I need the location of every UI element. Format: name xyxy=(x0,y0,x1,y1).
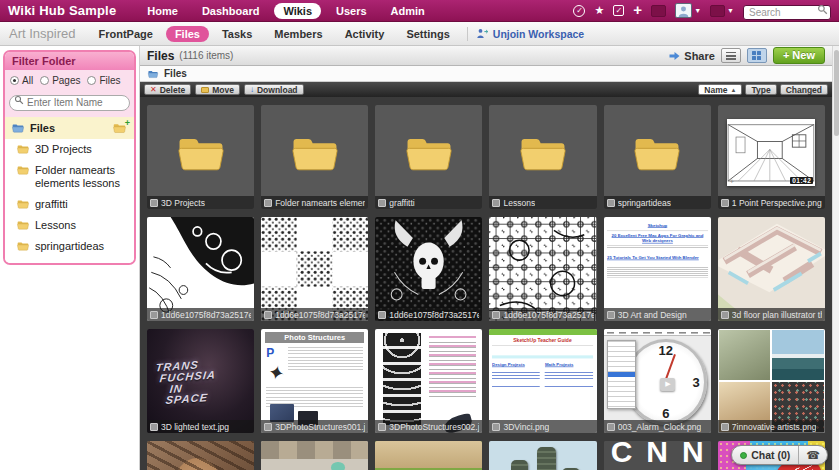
file-checkbox[interactable] xyxy=(378,311,386,319)
workspace-menu[interactable]: ▼ xyxy=(710,5,734,17)
file-tile[interactable] xyxy=(489,441,596,470)
file-tile[interactable]: 7innovative artists.png xyxy=(718,329,825,433)
file-checkbox[interactable] xyxy=(264,423,272,431)
file-checkbox[interactable] xyxy=(607,311,615,319)
file-checkbox[interactable] xyxy=(378,199,386,207)
file-checkbox[interactable] xyxy=(721,423,729,431)
radio-all[interactable]: All xyxy=(10,75,33,86)
grid-view-button[interactable] xyxy=(747,48,767,63)
file-tile[interactable]: Sketchup20 Excellent Free Mac Apps For G… xyxy=(604,217,711,321)
filter-folder-title: Filter Folder xyxy=(5,52,134,70)
file-checkbox[interactable] xyxy=(607,199,615,207)
sort-name-button[interactable]: Name ▲ xyxy=(698,84,742,95)
plus-icon[interactable]: + xyxy=(633,2,642,17)
file-tile[interactable]: 1dd6e1075f8d73a2517e82... xyxy=(375,217,482,321)
files-root-row[interactable]: Files + xyxy=(5,117,134,139)
notifications-button[interactable] xyxy=(651,5,666,17)
star-icon[interactable]: ★ xyxy=(594,5,604,16)
file-checkbox[interactable] xyxy=(150,423,158,431)
chat-label: Chat (0) xyxy=(751,449,790,461)
radio-files[interactable]: Files xyxy=(87,75,120,86)
tasks-checkbox-icon[interactable]: ✓ xyxy=(613,5,624,16)
file-tile[interactable]: 1236▶ 003_Alarm_Clock.png xyxy=(604,329,711,433)
file-checkbox[interactable] xyxy=(378,423,386,431)
file-tile[interactable]: 01:42+ 1 Point Perspective.png xyxy=(718,105,825,209)
nav-wikis[interactable]: Wikis xyxy=(274,3,321,19)
breadcrumb-files[interactable]: Files xyxy=(164,68,187,79)
divider xyxy=(467,27,468,41)
file-tile[interactable]: TRANSFUCHSIAINSPACE 3D lighted text.jpg xyxy=(147,329,254,433)
file-label-bar: 3D Art and Design xyxy=(604,308,711,321)
delete-button[interactable]: ✕ Delete xyxy=(144,84,191,95)
sort-changed-button[interactable]: Changed xyxy=(780,84,828,95)
file-checkbox[interactable] xyxy=(150,199,158,207)
file-tile[interactable]: graffitti xyxy=(375,105,482,209)
nav-admin[interactable]: Admin xyxy=(382,3,434,19)
file-thumbnail: SketchUp Teacher GuideDesign ProjectsMat… xyxy=(489,329,596,433)
tab-settings[interactable]: Settings xyxy=(397,26,458,42)
file-tile[interactable]: springartideas xyxy=(604,105,711,209)
file-name: 3D Projects xyxy=(161,198,205,208)
file-tile[interactable]: SketchUp Teacher GuideDesign ProjectsMat… xyxy=(489,329,596,433)
tab-frontpage[interactable]: FrontPage xyxy=(89,26,161,42)
file-grid: 3D Projects Folder namearts elements l..… xyxy=(140,97,832,470)
radio-pages[interactable]: Pages xyxy=(40,75,80,86)
file-tile[interactable]: 3D Projects xyxy=(147,105,254,209)
nav-home[interactable]: Home xyxy=(138,3,187,19)
file-tile[interactable]: 1dd6e1075f8d73a2517e82... xyxy=(147,217,254,321)
add-folder-button[interactable]: + xyxy=(112,122,128,134)
share-button[interactable]: Share xyxy=(668,50,715,62)
tab-activity[interactable]: Activity xyxy=(336,26,394,42)
sort-type-button[interactable]: Type xyxy=(745,84,776,95)
file-label-bar: 3d floor plan illustrator thu... xyxy=(718,308,825,321)
file-checkbox[interactable] xyxy=(721,199,729,207)
file-tile[interactable]: 3d floor plan illustrator thu... xyxy=(718,217,825,321)
file-tile[interactable] xyxy=(261,441,368,470)
tab-files[interactable]: Files xyxy=(166,26,209,42)
folder-icon xyxy=(16,164,30,176)
file-checkbox[interactable] xyxy=(264,199,272,207)
unjoin-workspace-button[interactable]: Unjoin Workspace xyxy=(476,28,584,40)
new-button[interactable]: + New xyxy=(773,47,825,64)
nav-dashboard[interactable]: Dashboard xyxy=(193,3,268,19)
sort-type-label: Type xyxy=(751,85,770,95)
folder-icon xyxy=(515,130,571,176)
sidebar-folder-item[interactable]: graffitti xyxy=(5,194,134,215)
file-tile[interactable]: Folder namearts elements l... xyxy=(261,105,368,209)
nav-users[interactable]: Users xyxy=(327,3,376,19)
file-checkbox[interactable] xyxy=(607,423,615,431)
file-checkbox[interactable] xyxy=(492,423,500,431)
item-name-input[interactable] xyxy=(9,95,130,111)
file-checkbox[interactable] xyxy=(492,199,500,207)
chat-button[interactable]: Chat (0) ☎ xyxy=(731,445,828,465)
tab-tasks[interactable]: Tasks xyxy=(213,26,261,42)
file-tile[interactable]: 1dd6e1075f8d73a2517e82... xyxy=(489,217,596,321)
sidebar-folder-item[interactable]: Lessons xyxy=(5,215,134,236)
file-thumbnail: 1236▶ xyxy=(604,329,711,433)
list-view-button[interactable] xyxy=(721,48,741,63)
file-checkbox[interactable] xyxy=(150,311,158,319)
file-thumbnail xyxy=(489,217,596,321)
file-tile[interactable]: CTNTNC xyxy=(604,441,711,470)
file-checkbox[interactable] xyxy=(721,311,729,319)
clock-icon[interactable]: ✓ xyxy=(573,5,585,17)
move-button[interactable]: Move xyxy=(195,84,240,95)
sidebar-folder-item[interactable]: springartideas xyxy=(5,236,134,257)
download-button[interactable]: ↓ Download xyxy=(244,84,304,95)
file-tile[interactable]: simple things you can doto change our fo… xyxy=(375,441,482,470)
file-thumbnail: CTNTNC xyxy=(604,441,711,470)
scrollbar-thumb[interactable] xyxy=(834,50,839,136)
file-checkbox[interactable] xyxy=(492,311,500,319)
file-tile[interactable] xyxy=(147,441,254,470)
sidebar-folder-item[interactable]: 3D Projects xyxy=(5,139,134,160)
user-menu[interactable]: ▼ xyxy=(675,3,701,18)
file-tile[interactable]: 1dd6e1075f8d73a2517e82... xyxy=(261,217,368,321)
sidebar-folder-item[interactable]: Folder namearts elements lessons xyxy=(5,160,134,194)
tab-members[interactable]: Members xyxy=(265,26,331,42)
call-button[interactable]: ☎ xyxy=(798,446,827,464)
file-checkbox[interactable] xyxy=(264,311,272,319)
file-name: graffitti xyxy=(389,198,414,208)
file-tile[interactable]: Lessons xyxy=(489,105,596,209)
file-tile[interactable]: Photo StructuresP✦ 3DPhotoStructures001.… xyxy=(261,329,368,433)
file-tile[interactable]: 3DPhotoStructures002.jpg xyxy=(375,329,482,433)
